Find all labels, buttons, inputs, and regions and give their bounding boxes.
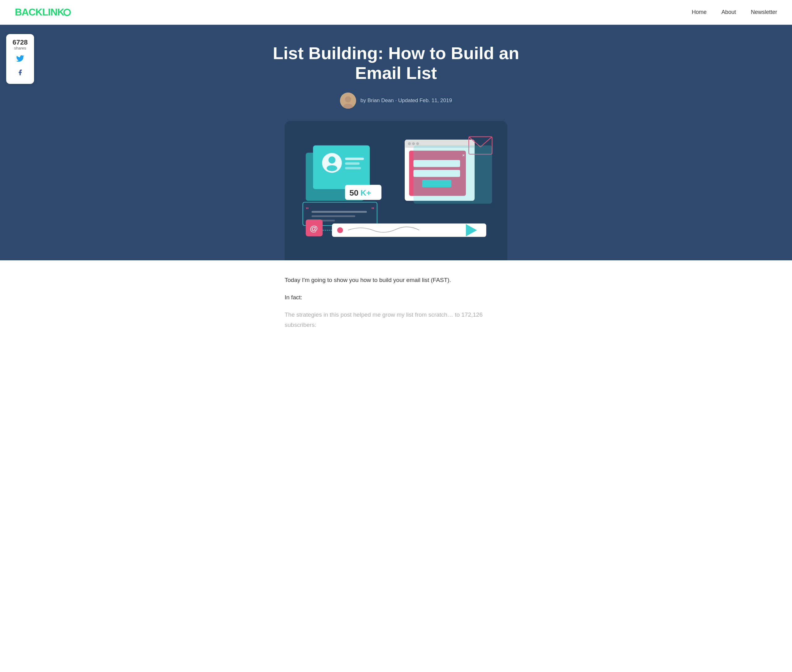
svg-text:": " xyxy=(306,206,309,213)
svg-rect-30 xyxy=(311,211,367,213)
hero-inner: List Building: How to Build an Email Lis… xyxy=(257,43,535,109)
logo-text: BACKLINK xyxy=(15,6,64,18)
svg-point-17 xyxy=(408,142,411,145)
svg-rect-10 xyxy=(345,167,361,169)
svg-rect-8 xyxy=(345,158,364,160)
nav-about[interactable]: About xyxy=(722,9,736,16)
share-label: shares xyxy=(11,46,30,50)
svg-text:50: 50 xyxy=(349,188,358,197)
site-header: BACKLINK Home About Newsletter xyxy=(0,0,792,25)
share-facebook-button[interactable] xyxy=(11,68,30,79)
svg-point-6 xyxy=(329,156,336,163)
svg-text:@: @ xyxy=(310,224,318,233)
nav-home[interactable]: Home xyxy=(692,9,707,16)
share-sidebar: 6728 shares xyxy=(6,34,34,84)
svg-text:K+: K+ xyxy=(361,188,371,197)
main-nav: Home About Newsletter xyxy=(692,9,777,16)
svg-rect-4 xyxy=(313,146,370,189)
svg-rect-35 xyxy=(332,224,486,237)
svg-point-36 xyxy=(337,227,343,233)
hero-image-box: 50 K+ × xyxy=(285,121,507,260)
svg-rect-31 xyxy=(311,215,355,217)
content-paragraph-1: Today I'm going to show you how to build… xyxy=(285,275,507,285)
logo-o-circle xyxy=(64,9,71,16)
share-count: 6728 xyxy=(11,39,30,46)
content-paragraph-3: The strategies in this post helped me gr… xyxy=(285,310,507,330)
hero-section: 6728 shares List Building: How to Build … xyxy=(0,25,792,260)
svg-text:": " xyxy=(371,206,374,213)
svg-point-18 xyxy=(412,142,415,145)
svg-rect-26 xyxy=(414,146,492,204)
svg-rect-9 xyxy=(345,162,359,165)
author-text: by Brian Dean · Updated Feb. 11, 2019 xyxy=(361,98,452,104)
svg-point-7 xyxy=(327,165,337,171)
author-avatar xyxy=(340,93,356,109)
site-logo[interactable]: BACKLINK xyxy=(15,6,71,18)
author-line: by Brian Dean · Updated Feb. 11, 2019 xyxy=(263,93,529,109)
hero-image-wrap: 50 K+ × xyxy=(278,121,514,260)
share-twitter-button[interactable] xyxy=(11,54,30,65)
svg-point-1 xyxy=(345,96,351,102)
content-paragraph-2: In fact: xyxy=(285,293,507,302)
svg-point-19 xyxy=(416,142,419,145)
hero-title: List Building: How to Build an Email Lis… xyxy=(263,43,529,83)
content-area: Today I'm going to show you how to build… xyxy=(278,260,514,356)
hero-illustration: 50 K+ × xyxy=(297,133,495,245)
nav-newsletter[interactable]: Newsletter xyxy=(751,9,777,16)
